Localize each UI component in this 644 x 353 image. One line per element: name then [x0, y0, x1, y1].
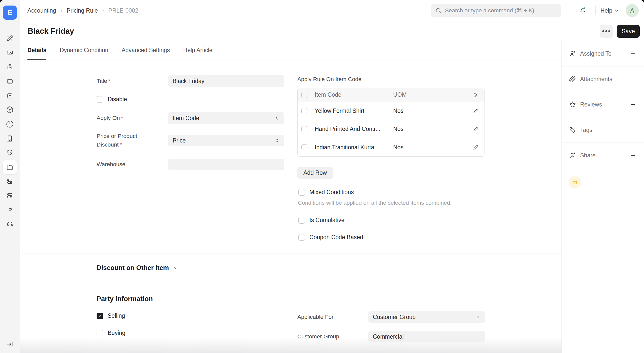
notifications-bell-icon[interactable] [579, 7, 587, 15]
chevron-right-icon [101, 9, 105, 13]
ellipsis-icon [600, 25, 613, 38]
attachments-label: Attachments [580, 76, 626, 83]
headset-icon[interactable] [6, 220, 14, 228]
selling-checkbox[interactable] [97, 313, 103, 319]
disable-checkbox[interactable] [97, 96, 103, 103]
folder-icon[interactable] [6, 163, 14, 171]
user-plus-icon [569, 50, 576, 57]
window-corner [640, 0, 644, 4]
disable-checkbox-row[interactable]: Disable [97, 96, 127, 103]
chevron-right-icon [59, 9, 64, 13]
help-menu[interactable]: Help [600, 0, 619, 21]
uom-cell[interactable]: Nos [389, 102, 467, 120]
edit-row-button[interactable] [467, 138, 485, 156]
pie-chart-icon[interactable] [6, 120, 14, 128]
paperclip-icon [569, 75, 576, 83]
user-avatar[interactable]: A [626, 4, 639, 17]
edit-row-button[interactable] [467, 102, 485, 120]
package-icon[interactable] [6, 106, 14, 114]
attachments-item[interactable]: Attachments [562, 66, 644, 92]
tab-dynamic-condition[interactable]: Dynamic Condition [60, 41, 108, 60]
uom-cell[interactable]: Nos [389, 120, 467, 138]
share-item[interactable]: Share [562, 143, 644, 168]
coupon-code-row[interactable]: Coupon Code Based [298, 234, 363, 241]
pricing-rule-page: E [0, 0, 644, 353]
mixed-conditions-checkbox[interactable] [298, 189, 305, 196]
price-discount-select[interactable]: Price [168, 135, 284, 146]
select-chevrons-icon [475, 314, 480, 320]
toggles-icon[interactable] [6, 192, 14, 199]
plus-icon[interactable] [629, 126, 636, 133]
title-input[interactable] [168, 75, 284, 87]
tab-details[interactable]: Details [27, 41, 46, 60]
row-checkbox[interactable] [301, 108, 307, 114]
save-button[interactable]: Save [617, 25, 640, 38]
item-code-cell[interactable]: Hand Printed And Contr... [311, 120, 389, 138]
plug-icon[interactable] [6, 206, 14, 214]
apply-rule-item-table: Item Code UOM Yellow Formal Shirt Nos Ha… [297, 88, 485, 157]
tools-icon[interactable] [6, 34, 14, 42]
title-field-row: Title* [97, 75, 284, 87]
tab-bar: Details Dynamic Condition Advanced Setti… [20, 41, 561, 60]
mixed-conditions-row[interactable]: Mixed Conditions [298, 189, 354, 196]
warehouse-input[interactable] [168, 159, 284, 170]
reviews-item[interactable]: Reviews [562, 92, 644, 117]
search-input[interactable] [445, 7, 556, 14]
customer-group-label: Customer Group [297, 332, 368, 341]
toggles-icon[interactable] [6, 178, 14, 185]
tags-item[interactable]: Tags [562, 117, 644, 143]
shopping-bag-icon[interactable] [6, 92, 14, 99]
buying-row[interactable]: Buying [97, 330, 125, 336]
uom-cell[interactable]: Nos [389, 138, 467, 156]
app-logo[interactable]: E [3, 6, 17, 20]
is-cumulative-checkbox[interactable] [298, 217, 305, 224]
breadcrumb-pricing-rule[interactable]: Pricing Rule [67, 7, 98, 14]
edit-row-button[interactable] [467, 120, 485, 138]
app-logo-letter: E [7, 8, 12, 17]
buying-checkbox[interactable] [97, 330, 103, 336]
plus-icon[interactable] [629, 76, 636, 83]
cashbox-icon[interactable] [6, 63, 14, 71]
tag-icon [569, 126, 576, 134]
select-all-checkbox[interactable] [301, 92, 307, 98]
card-icon[interactable] [6, 78, 14, 85]
expand-sidebar-icon[interactable] [6, 340, 14, 348]
select-chevrons-icon [275, 116, 280, 121]
discount-on-other-item-section[interactable]: Discount on Other Item [97, 264, 179, 272]
warehouse-label: Warehouse [97, 160, 168, 169]
plus-icon[interactable] [629, 50, 636, 57]
required-marker: * [120, 142, 122, 148]
more-options-button[interactable] [600, 25, 613, 38]
money-icon[interactable] [6, 49, 14, 56]
customer-group-input[interactable] [368, 331, 485, 342]
tab-advanced-settings[interactable]: Advanced Settings [122, 41, 170, 60]
add-row-button[interactable]: Add Row [297, 167, 333, 179]
breadcrumb-accounting[interactable]: Accounting [27, 7, 56, 14]
star-icon [569, 101, 576, 108]
plus-icon[interactable] [629, 152, 636, 159]
apply-on-select[interactable]: Item Code [168, 112, 284, 124]
required-marker: * [108, 78, 110, 84]
shield-check-icon[interactable] [6, 149, 14, 156]
item-code-cell[interactable]: Yellow Formal Shirt [311, 102, 389, 120]
building-icon[interactable] [6, 135, 14, 142]
applicable-for-select[interactable]: Customer Group [368, 311, 485, 323]
assigned-to-label: Assigned To [580, 50, 626, 57]
table-settings-button[interactable] [467, 88, 485, 102]
item-code-cell[interactable]: Indian Traditional Kurta [311, 138, 389, 156]
row-checkbox[interactable] [301, 126, 307, 132]
is-cumulative-row[interactable]: Is Cumulative [298, 217, 344, 224]
assigned-to-item[interactable]: Assigned To [562, 41, 644, 66]
row-checkbox[interactable] [301, 144, 307, 150]
presence-avatar[interactable]: m [569, 176, 581, 189]
plus-icon[interactable] [629, 101, 636, 108]
reviews-label: Reviews [580, 101, 626, 108]
coupon-code-checkbox[interactable] [298, 234, 305, 241]
pencil-icon [472, 108, 479, 114]
tab-help-article[interactable]: Help Article [183, 41, 212, 60]
price-discount-label: Price or Product Discount [97, 133, 137, 148]
selling-label: Selling [108, 312, 125, 319]
global-search[interactable] [431, 4, 561, 17]
selling-row[interactable]: Selling [97, 312, 125, 319]
share-label: Share [580, 152, 626, 159]
